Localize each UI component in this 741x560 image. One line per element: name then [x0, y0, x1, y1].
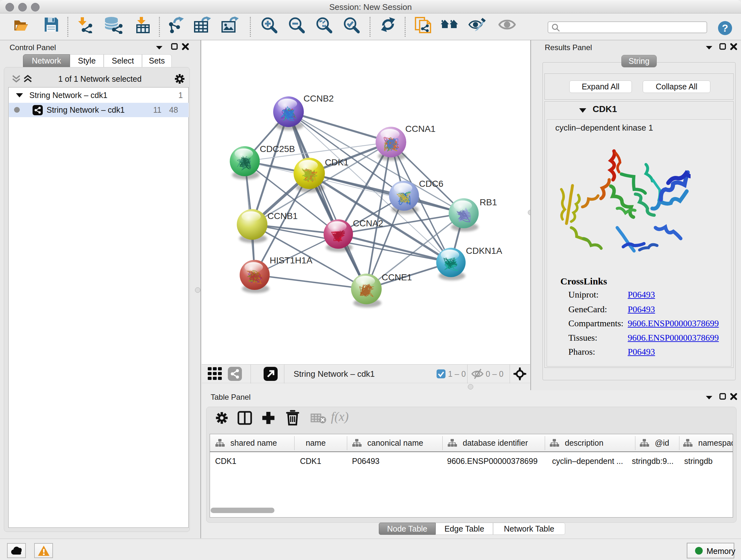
- svg-text:HIST1H1A: HIST1H1A: [270, 255, 313, 265]
- svg-text:CCNB2: CCNB2: [304, 94, 334, 104]
- svg-text:CDC25B: CDC25B: [260, 144, 295, 154]
- svg-text:CCNE1: CCNE1: [382, 272, 412, 282]
- svg-text:CCNA1: CCNA1: [405, 124, 435, 134]
- svg-text:?: ?: [722, 22, 728, 34]
- svg-text:CDK1: CDK1: [325, 158, 349, 167]
- svg-text:CCNA2: CCNA2: [353, 219, 383, 228]
- svg-text:CCNB1: CCNB1: [267, 211, 298, 221]
- svg-text:RB1: RB1: [480, 197, 497, 207]
- svg-text:CDKN1A: CDKN1A: [466, 246, 502, 256]
- svg-text:CDC6: CDC6: [419, 179, 443, 189]
